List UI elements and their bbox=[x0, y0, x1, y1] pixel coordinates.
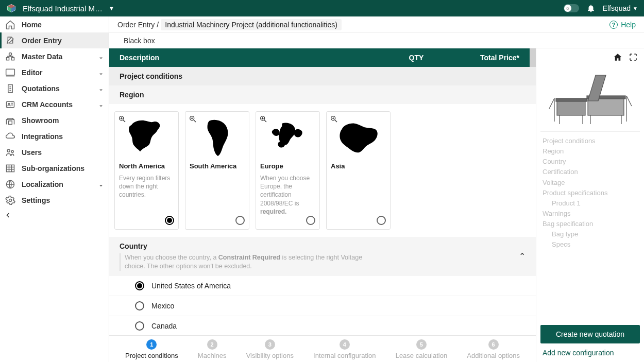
region-card-north-america[interactable]: North AmericaEvery region filters down t… bbox=[114, 111, 179, 230]
nav-icon bbox=[5, 36, 15, 46]
breadcrumb-current: Industrial Machinery Project (additional… bbox=[161, 19, 342, 30]
svg-point-6 bbox=[9, 53, 12, 55]
outline-item[interactable]: Product 1 bbox=[543, 198, 640, 209]
app-title[interactable]: Elfsquad Industrial M… bbox=[23, 4, 103, 13]
step-internal-configuration[interactable]: 4Internal configuration bbox=[313, 339, 376, 359]
outline-item[interactable]: Bag specification bbox=[543, 219, 640, 229]
sidebar-item-master-data[interactable]: Master Data⌄ bbox=[0, 48, 109, 64]
radio-icon bbox=[135, 321, 144, 331]
nav-label: Showroom bbox=[22, 116, 104, 125]
user-label: Elfsquad bbox=[603, 4, 631, 12]
radio-select[interactable] bbox=[235, 216, 245, 225]
region-map-icon bbox=[260, 117, 315, 158]
breadcrumb-parent[interactable]: Order Entry bbox=[117, 21, 155, 29]
svg-rect-5 bbox=[12, 57, 14, 60]
radio-select[interactable] bbox=[165, 216, 174, 225]
zoom-icon[interactable] bbox=[330, 115, 339, 124]
section-country[interactable]: Country When you choose the country, a C… bbox=[109, 237, 536, 276]
notifications-icon[interactable] bbox=[586, 4, 596, 13]
region-card-europe[interactable]: EuropeWhen you choose Europe, the certif… bbox=[256, 111, 320, 230]
help-icon: ? bbox=[609, 21, 618, 29]
country-option-mexico[interactable]: Mexico bbox=[109, 296, 536, 316]
outline-item[interactable]: Region bbox=[543, 146, 640, 157]
chevron-up-icon: ⌃ bbox=[519, 251, 526, 261]
step-label: Internal configuration bbox=[313, 352, 376, 359]
sidebar-item-integrations[interactable]: Integrations bbox=[0, 128, 109, 144]
config-subtitle: Black box bbox=[109, 33, 644, 48]
zoom-icon[interactable] bbox=[118, 115, 127, 124]
region-card-asia[interactable]: Asia bbox=[326, 111, 391, 230]
sidebar-item-sub-organizations[interactable]: Sub-organizations bbox=[0, 160, 109, 176]
section-region: Region bbox=[109, 85, 536, 104]
outline-item[interactable]: Certification bbox=[543, 167, 640, 177]
svg-point-19 bbox=[11, 150, 13, 152]
sidebar-item-order-entry[interactable]: Order Entry bbox=[0, 32, 109, 48]
help-link[interactable]: ? Help bbox=[609, 21, 636, 29]
fullscreen-icon[interactable] bbox=[629, 53, 638, 62]
sidebar: HomeOrder EntryMaster Data⌄Editor⌄Quotat… bbox=[0, 16, 109, 362]
card-description: Every region filters down the right coun… bbox=[119, 174, 174, 199]
outline-item[interactable]: Bag type bbox=[543, 229, 640, 239]
nav-icon bbox=[5, 67, 15, 78]
step-visibility-options[interactable]: 3Visibility options bbox=[246, 339, 294, 359]
sidebar-item-crm-accounts[interactable]: CRM Accounts⌄ bbox=[0, 96, 109, 112]
outline-item[interactable]: Product specifications bbox=[543, 188, 640, 198]
sidebar-item-quotations[interactable]: Quotations⌄ bbox=[0, 80, 109, 96]
radio-select[interactable] bbox=[306, 216, 315, 225]
step-number: 1 bbox=[146, 339, 157, 350]
card-description: When you choose Europe, the certificatio… bbox=[260, 174, 315, 216]
outline-item[interactable]: Voltage bbox=[543, 178, 640, 188]
svg-rect-12 bbox=[7, 101, 14, 108]
step-lease-calculation[interactable]: 5Lease calculation bbox=[396, 339, 447, 359]
user-menu[interactable]: Elfsquad ▼ bbox=[603, 4, 638, 12]
region-card-south-america[interactable]: South America bbox=[185, 111, 249, 230]
col-description: Description bbox=[120, 54, 385, 62]
outline-item[interactable]: Specs bbox=[543, 239, 640, 250]
country-option-united-states-of-america[interactable]: United States of America bbox=[109, 276, 536, 296]
country-option-canada[interactable]: Canada bbox=[109, 316, 536, 335]
svg-rect-20 bbox=[7, 165, 14, 171]
region-map-icon bbox=[190, 117, 245, 158]
svg-rect-7 bbox=[6, 69, 15, 75]
svg-rect-43 bbox=[557, 101, 585, 115]
app-switcher-chevron-icon[interactable]: ▼ bbox=[109, 5, 114, 11]
country-label: Canada bbox=[151, 322, 177, 330]
nav-icon bbox=[5, 131, 15, 142]
region-map-icon bbox=[331, 117, 386, 158]
zoom-icon[interactable] bbox=[259, 115, 268, 124]
step-additional-options[interactable]: 6Additional options bbox=[467, 339, 520, 359]
section-country-label: Country bbox=[120, 242, 513, 250]
step-project-conditions[interactable]: 1Project conditions bbox=[125, 339, 178, 359]
outline-item[interactable]: Country bbox=[543, 157, 640, 167]
sidebar-item-home[interactable]: Home bbox=[0, 16, 109, 32]
theme-toggle[interactable]: ☼ bbox=[564, 4, 579, 12]
sidebar-item-users[interactable]: Users bbox=[0, 144, 109, 160]
card-title: Asia bbox=[331, 162, 386, 170]
create-quotation-button[interactable]: Create new quotation bbox=[540, 325, 640, 343]
outline-item[interactable]: Warnings bbox=[543, 209, 640, 219]
sidebar-item-editor[interactable]: Editor⌄ bbox=[0, 64, 109, 80]
card-title: North America bbox=[119, 162, 174, 170]
radio-select[interactable] bbox=[377, 216, 386, 225]
sidebar-item-settings[interactable]: Settings bbox=[0, 192, 109, 208]
sidebar-item-showroom[interactable]: Showroom bbox=[0, 112, 109, 128]
sidebar-item-localization[interactable]: Localization⌄ bbox=[0, 176, 109, 192]
sidebar-collapse-button[interactable] bbox=[0, 208, 109, 222]
home-icon[interactable] bbox=[613, 53, 622, 62]
nav-label: Settings bbox=[22, 196, 104, 204]
step-machines[interactable]: 2Machines bbox=[198, 339, 227, 359]
svg-rect-16 bbox=[9, 120, 12, 124]
user-chevron-icon: ▼ bbox=[633, 6, 638, 11]
nav-label: Sub-organizations bbox=[22, 164, 104, 173]
outline-item[interactable]: Project conditions bbox=[543, 136, 640, 146]
svg-rect-4 bbox=[7, 57, 9, 60]
nav-icon bbox=[5, 20, 15, 30]
stepper: 1Project conditions2Machines3Visibility … bbox=[109, 335, 536, 362]
nav-label: Quotations bbox=[22, 84, 92, 93]
add-configuration-link[interactable]: Add new configuration bbox=[540, 349, 640, 357]
nav-icon bbox=[5, 179, 15, 189]
svg-line-32 bbox=[194, 120, 196, 122]
zoom-icon[interactable] bbox=[189, 115, 198, 124]
nav-icon bbox=[5, 163, 15, 174]
svg-line-36 bbox=[264, 120, 266, 122]
